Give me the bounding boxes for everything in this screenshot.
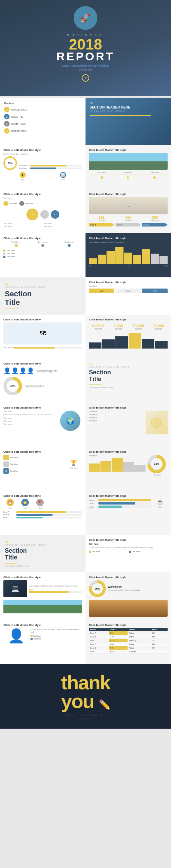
- s18-bar-3: Label: [89, 506, 151, 508]
- slide11-title: Click to edit Master title style: [3, 362, 82, 365]
- li-text-2: Text here: [132, 551, 140, 553]
- section01-num-label: /01: [90, 102, 167, 105]
- slide5-grid: Text here Text here Text here Text here: [3, 222, 82, 228]
- slide4-timeline: Text here Text here Text here: [89, 172, 168, 174]
- s10-b3: [115, 336, 128, 349]
- li-text-1: Text here: [92, 551, 100, 553]
- slide3-subtext: Lorem ipsum dolor sit amet: [3, 153, 82, 155]
- slide19-bottom: [3, 600, 82, 613]
- s21-dot-1: [31, 635, 33, 637]
- slide-8-dark[interactable]: Click to edit Master title style Lorem i…: [86, 233, 171, 277]
- cover-arrow[interactable]: ∨: [82, 74, 89, 82]
- bar-track-1: [30, 165, 82, 166]
- mountain-label: 🏔️: [127, 204, 130, 207]
- slide13-title: Click to edit Master title style: [3, 406, 82, 409]
- sec02r-box-2: Item: [115, 289, 141, 293]
- section02-slide: /02 SECTION HEADER HERE SectionTitle: [0, 277, 86, 315]
- slide-6[interactable]: Click to edit Master title style 🏔️ 192 …: [86, 189, 171, 233]
- slide7-grid: Text here Text here Text here: [3, 241, 82, 247]
- cover-title-block: BUSINESS 2018 REPORT iSlide® 蓝色杂志风格业计划书主…: [56, 34, 115, 82]
- s14-chart: [146, 411, 168, 434]
- slide17-icons: ⏰ Text ⭐ Text 🚩 Text: [3, 499, 82, 509]
- slide-21[interactable]: Click to edit Master title style 👤 Lorem…: [0, 620, 86, 664]
- slide-19[interactable]: Click to edit Master title style 💻 Lorem…: [0, 572, 86, 620]
- slide-3[interactable]: Click to edit Master title style Lorem i…: [0, 145, 86, 189]
- prog-track-3: [16, 517, 82, 518]
- slide21-person: 👤: [3, 628, 29, 644]
- slide-9[interactable]: Click to edit Master title style 🗺 Text …: [0, 315, 86, 359]
- slide15-content: 1 Text here 2 Text here 3 Text here 🏆 Te…: [3, 455, 82, 474]
- slide-18[interactable]: Click to edit Master title style Label L…: [86, 491, 171, 535]
- slide-14[interactable]: Click to edit Master title style Text he…: [86, 403, 171, 447]
- cl-2: Text: [127, 265, 130, 267]
- s16-b2: [100, 461, 112, 472]
- slide-4[interactable]: Click to edit Master title style Text he…: [86, 145, 171, 189]
- slide-17[interactable]: Click to edit Master title style ⏰ Text …: [0, 491, 86, 535]
- s18-bar-1: Label: [89, 499, 151, 501]
- slide-20[interactable]: Click to edit Master title style 80% 📷 I…: [86, 572, 171, 620]
- slide-5[interactable]: Click to edit Master title style Text he…: [0, 189, 86, 233]
- sec04r-li-1: Text here: [89, 551, 128, 553]
- toc-item-3: 3 READITIONS: [4, 121, 81, 126]
- bar-track-2: [30, 167, 82, 169]
- slide16-title: Click to edit Master title style: [89, 450, 168, 453]
- th-col1: Name: [89, 628, 109, 631]
- slide21-text: Lorem ipsum dolor sit amet consectetur a…: [31, 628, 82, 640]
- sec04-slash: /04: [5, 540, 81, 544]
- stat-num-1: 192: [89, 216, 114, 219]
- s14-t3: Text here: [89, 417, 144, 419]
- sec02r-boxes: Item Item Item: [89, 289, 168, 293]
- s18-bf-2-track: [98, 502, 151, 505]
- slide-11[interactable]: Click to edit Master title style 👤 👤 👤 👤…: [0, 359, 86, 403]
- td-1-2: 85%: [109, 631, 128, 635]
- chart-baseline: [89, 264, 168, 264]
- slide-7[interactable]: Click to edit Master title style Text he…: [0, 233, 86, 277]
- prog-lbl-3: Item C: [3, 516, 15, 518]
- prog-row-3: Item C: [3, 516, 82, 518]
- toc-item-1: 1 ROADERINGS: [4, 107, 81, 112]
- flag-icon: 🚩: [36, 499, 44, 506]
- s13-t3: Text here: [3, 420, 58, 422]
- cover-subtitle: iSlide® 蓝色杂志风格业计划书主题模板: [56, 64, 115, 68]
- slide11-donut-text: Supporting text here: [25, 385, 45, 387]
- stat-label-1: Text here: [89, 219, 114, 221]
- s10-l1: 2017 Q2: [90, 328, 106, 330]
- thankyou-text: thank you ✏️: [61, 673, 110, 710]
- toc-num-2: 2: [4, 114, 10, 119]
- td-4-3: Active: [128, 643, 151, 646]
- sec03-slash: /03: [89, 362, 168, 365]
- s7-dot-2: [41, 244, 44, 247]
- you-word: you: [61, 690, 94, 712]
- s9-fill: [13, 347, 55, 349]
- slide-13[interactable]: Click to edit Master title style Text he…: [0, 403, 86, 447]
- bar-row-2: Text here: [19, 167, 82, 169]
- td-2-4: OK: [151, 635, 168, 639]
- table-row: Item C 91% Pending —: [89, 639, 168, 643]
- stat-num-3: 256: [142, 216, 168, 219]
- s10-l2: 2017 Q3: [110, 328, 126, 330]
- toc-label-3: READITIONS: [11, 123, 26, 125]
- slide-15[interactable]: Click to edit Master title style 1 Text …: [0, 447, 86, 491]
- tl-item-1: Text here: [89, 172, 114, 174]
- s10-stat-2: 8,000 2017 Q3: [109, 322, 128, 331]
- section04-slide: /04 SECTION HEADER HERE SectionTitle Lor…: [0, 535, 86, 572]
- s10-n1: 6,666K: [90, 324, 106, 328]
- s21-stat-row-1: Text here: [31, 635, 82, 637]
- bar-s8-4: [115, 247, 124, 264]
- slide-22[interactable]: Click to edit Master title style Name Va…: [86, 620, 171, 664]
- stat-label-2: Text here: [116, 219, 141, 221]
- slide19-title: Click to edit Master title style: [3, 576, 82, 579]
- td-5-1: Item E: [89, 646, 109, 650]
- slide-10[interactable]: Click to edit Master title style 6,666K …: [86, 315, 171, 359]
- prog-track-2: [16, 514, 82, 516]
- bar-s8-1: [89, 258, 97, 264]
- stat-3: 256 Text here: [142, 216, 168, 221]
- slide-sec02-right[interactable]: Click to edit Master title style Text he…: [86, 277, 171, 315]
- slide7-title: Click to edit Master title style: [3, 237, 82, 240]
- table-row: Item D 68% Active OK: [89, 643, 168, 646]
- slide17-title: Click to edit Master title style: [3, 494, 82, 497]
- donut-80: 80%: [89, 580, 106, 597]
- slide-16[interactable]: Click to edit Master title style Text he…: [86, 447, 171, 491]
- slide9-title: Click to edit Master title style: [3, 318, 82, 321]
- slide-sec04-right[interactable]: Click to edit Master title style Text he…: [86, 535, 171, 572]
